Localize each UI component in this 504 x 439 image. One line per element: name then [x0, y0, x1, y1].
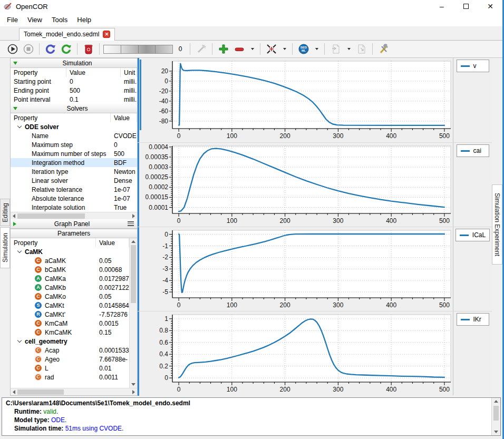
add-graph-panel-button[interactable]	[216, 42, 230, 56]
chart-ICaL[interactable]: 01002003004005000-1-2-3-4-5	[142, 227, 453, 311]
maximize-button[interactable]	[454, 0, 478, 13]
parameter-row[interactable]: Crad0.0011	[11, 373, 129, 382]
solvers-hscrollbar[interactable]	[11, 212, 137, 219]
console-vscrollbar[interactable]	[491, 398, 500, 435]
property-row[interactable]: Iteration typeNewton	[11, 167, 137, 176]
close-button[interactable]: ✕	[478, 0, 502, 13]
parameters-vscrollbar[interactable]	[129, 238, 137, 388]
clear-results-button[interactable]	[81, 42, 95, 56]
property-row[interactable]: Starting point0milli...	[11, 77, 137, 86]
parameter-row[interactable]: CAcap0.0001533	[11, 346, 129, 355]
section-header-solvers[interactable]: Solvers	[11, 104, 137, 113]
parameter-row[interactable]: CCaMKo0.05	[11, 292, 129, 301]
property-row[interactable]: Interpolate solutionTrue	[11, 203, 137, 212]
scroll-down-icon[interactable]	[131, 383, 135, 386]
parameter-row[interactable]: CaCaMK0.05	[11, 256, 129, 265]
parameter-row[interactable]: CbCaMK0.00068	[11, 265, 129, 274]
section-header-graph-panel[interactable]: Graph Panel	[11, 219, 137, 229]
scroll-left-icon[interactable]	[13, 214, 15, 218]
sedml-export-button[interactable]: SEDML	[296, 42, 311, 56]
property-row[interactable]: Ending point500milli...	[11, 86, 137, 95]
parameter-row[interactable]: ACaMKa0.0172987	[11, 274, 129, 283]
scroll-up-icon[interactable]	[494, 400, 498, 403]
property-row[interactable]: Maximum number of steps500	[11, 149, 137, 158]
property-row[interactable]: Linear solverDense	[11, 176, 137, 185]
menu-help[interactable]: Help	[72, 14, 96, 26]
property-row[interactable]: Absolute tolerance1e-07	[11, 194, 137, 203]
export-simulation-data-dropdown[interactable]	[344, 42, 353, 56]
preferences-button[interactable]	[376, 42, 391, 56]
collapse-triangle-icon	[13, 62, 17, 65]
parameter-row[interactable]: CL0.01	[11, 364, 129, 373]
section-header-parameters[interactable]: Parameters	[11, 229, 137, 238]
legend-IKr[interactable]: IKr	[457, 313, 489, 326]
property-name: ODE solver	[11, 122, 111, 131]
section-title: Parameters	[11, 230, 137, 237]
parameter-row[interactable]: CAgeo7.66788e-	[11, 355, 129, 364]
property-row[interactable]: Point interval0.1milli...	[11, 95, 137, 104]
save-simulation-button[interactable]	[354, 42, 369, 56]
property-row[interactable]: NameCVODE	[11, 131, 137, 140]
property-row[interactable]: Relative tolerance1e-07	[11, 185, 137, 194]
property-row[interactable]: ODE solver	[11, 122, 137, 131]
legend-v[interactable]: v	[457, 60, 489, 72]
parameter-row[interactable]: CaMK	[11, 247, 129, 256]
legend-cai[interactable]: cai	[457, 144, 489, 157]
scroll-left-icon[interactable]	[13, 390, 15, 394]
parameter-row[interactable]: CKmCaMK0.15	[11, 328, 129, 337]
simulation-delay-wheel[interactable]	[103, 45, 173, 54]
property-row[interactable]: Integration methodBDF	[11, 158, 137, 167]
console-file-path: C:\Users\aram148\Documents\5e1\Tomek_mod…	[6, 399, 488, 407]
delay-value: 0	[175, 45, 186, 53]
run-simulation-button[interactable]	[5, 42, 20, 56]
scroll-up-icon[interactable]	[131, 240, 135, 243]
menu-icon[interactable]	[128, 220, 134, 227]
scrollbar-thumb[interactable]	[17, 213, 85, 219]
parameter-value: 0.0172987	[96, 274, 129, 283]
tab-close-icon[interactable]: ✕	[103, 31, 110, 38]
property-row[interactable]: Maximum step0	[11, 140, 137, 149]
chart-cai[interactable]: 01002003004005000.00010.000150.00020.000…	[142, 143, 453, 227]
parameter-row[interactable]: cell_geometry	[11, 337, 129, 346]
legend-ICaL[interactable]: ICaL	[455, 229, 490, 241]
scroll-right-icon[interactable]	[132, 390, 135, 394]
menu-view[interactable]: View	[23, 14, 47, 26]
export-simulation-data-button[interactable]	[328, 42, 343, 56]
scroll-down-icon[interactable]	[494, 431, 498, 433]
menu-file[interactable]: File	[2, 14, 23, 26]
simulation-properties-panel: Simulation PropertyValueUnitStarting poi…	[10, 58, 138, 396]
tab-simulation-experiment[interactable]: Simulation Experiment	[492, 184, 502, 265]
output-console[interactable]: C:\Users\aram148\Documents\5e1\Tomek_mod…	[2, 397, 501, 436]
scrollbar-thumb[interactable]	[131, 245, 136, 303]
scrollbar-thumb[interactable]	[493, 406, 499, 421]
mode-tab-simulation[interactable]: Simulation	[0, 227, 10, 268]
remove-graph-panel-button[interactable]	[232, 42, 246, 56]
svg-text:400: 400	[386, 217, 396, 225]
development-mode-button[interactable]	[194, 42, 208, 56]
section-header-simulation[interactable]: Simulation	[11, 58, 137, 68]
parameter-row[interactable]: SCaMKt0.0145864	[11, 301, 129, 310]
svg-text:1: 1	[164, 315, 168, 323]
menu-tools[interactable]: Tools	[47, 14, 72, 26]
chart-v[interactable]: 0100200300400500200-20-40-60-80	[142, 58, 453, 142]
minimize-button[interactable]: –	[430, 0, 454, 13]
stop-simulation-button[interactable]	[21, 42, 35, 56]
legend-strip: ICaL	[453, 227, 492, 311]
scroll-right-icon[interactable]	[132, 214, 135, 218]
mode-tab-editing[interactable]: Editing	[0, 199, 10, 226]
remove-graph-panel-dropdown[interactable]	[248, 42, 256, 56]
reset-graph-panels-dropdown[interactable]	[280, 42, 288, 56]
chart-IKr[interactable]: 010020030040050000.20.40.60.81	[142, 311, 453, 396]
parameter-row[interactable]: RCaMKt'-7.572876	[11, 310, 129, 319]
tab-tomek-model[interactable]: Tomek_model_endo.sedml ✕	[19, 28, 115, 41]
svg-text:0.00035: 0.00035	[146, 153, 169, 161]
scrollbar-thumb[interactable]	[17, 389, 64, 395]
parameter-row[interactable]: ACaMKb0.0027122	[11, 283, 129, 292]
active-panel-marker[interactable]	[140, 60, 141, 130]
parameters-hscrollbar[interactable]	[11, 388, 137, 395]
parameter-row[interactable]: CKmCaM0.0015	[11, 319, 129, 328]
reset-graph-panels-button[interactable]	[264, 42, 278, 56]
reset-model-parameters-button[interactable]	[43, 42, 57, 56]
reset-all-button[interactable]	[59, 42, 73, 56]
sedml-dropdown[interactable]	[312, 42, 321, 56]
